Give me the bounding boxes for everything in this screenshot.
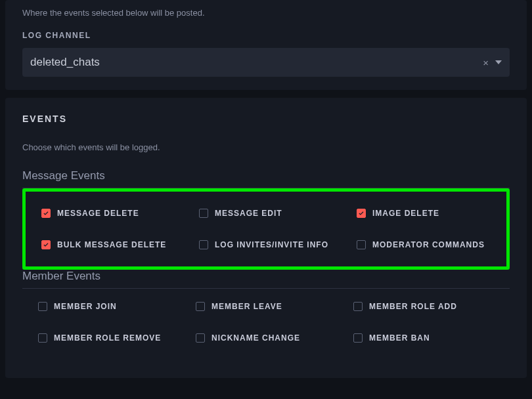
checkbox[interactable] — [196, 333, 205, 343]
event-label: NICKNAME CHANGE — [211, 333, 300, 343]
event-member-join[interactable]: MEMBER JOIN — [38, 302, 196, 311]
checkbox[interactable] — [199, 209, 208, 218]
event-label: MEMBER JOIN — [54, 302, 117, 311]
event-label: MEMBER LEAVE — [211, 302, 282, 311]
event-message-edit[interactable]: MESSAGE EDIT — [199, 209, 357, 218]
event-label: BULK MESSAGE DELETE — [57, 240, 166, 249]
member-events-grid: MEMBER JOINMEMBER LEAVEMEMBER ROLE ADDME… — [22, 289, 510, 365]
message-events-grid: MESSAGE DELETEMESSAGE EDITIMAGE DELETEBU… — [22, 188, 510, 270]
checkbox[interactable] — [41, 240, 51, 249]
event-label: MEMBER ROLE REMOVE — [54, 333, 161, 343]
event-label: IMAGE DELETE — [372, 209, 439, 218]
event-label: MEMBER BAN — [369, 333, 430, 343]
event-member-role-remove[interactable]: MEMBER ROLE REMOVE — [38, 333, 196, 343]
events-title: EVENTS — [22, 114, 510, 124]
checkbox[interactable] — [41, 209, 51, 218]
log-channel-label: LOG CHANNEL — [22, 31, 510, 40]
select-controls: × — [483, 58, 502, 68]
checkbox[interactable] — [38, 333, 47, 343]
checkbox[interactable] — [353, 302, 363, 311]
log-channel-panel: Where the events selected below will be … — [5, 0, 527, 90]
event-label: LOG INVITES/INVITE INFO — [215, 240, 328, 249]
event-label: MESSAGE EDIT — [215, 209, 282, 218]
event-label: MESSAGE DELETE — [57, 209, 139, 218]
log-channel-value: deleted_chats — [30, 56, 100, 69]
events-panel: EVENTS Choose which events will be logge… — [5, 98, 527, 378]
event-bulk-message-delete[interactable]: BULK MESSAGE DELETE — [41, 240, 199, 249]
event-moderator-commands[interactable]: MODERATOR COMMANDS — [357, 240, 491, 249]
event-message-delete[interactable]: MESSAGE DELETE — [41, 209, 199, 218]
checkbox[interactable] — [353, 333, 363, 343]
member-events-title: Member Events — [22, 270, 510, 289]
event-member-leave[interactable]: MEMBER LEAVE — [196, 302, 353, 311]
event-member-role-add[interactable]: MEMBER ROLE ADD — [353, 302, 494, 311]
event-member-ban[interactable]: MEMBER BAN — [353, 333, 494, 343]
checkbox[interactable] — [357, 240, 366, 249]
checkbox[interactable] — [196, 302, 205, 311]
event-log-invites-invite-info[interactable]: LOG INVITES/INVITE INFO — [199, 240, 357, 249]
chevron-down-icon[interactable] — [495, 60, 502, 64]
event-label: MEMBER ROLE ADD — [369, 302, 457, 311]
events-description: Choose which events will be logged. — [22, 142, 510, 152]
checkbox[interactable] — [357, 209, 366, 218]
checkbox[interactable] — [199, 240, 208, 249]
log-channel-description: Where the events selected below will be … — [22, 8, 510, 18]
event-nickname-change[interactable]: NICKNAME CHANGE — [196, 333, 353, 343]
clear-icon[interactable]: × — [483, 58, 489, 68]
event-label: MODERATOR COMMANDS — [372, 240, 485, 249]
checkbox[interactable] — [38, 302, 47, 311]
event-image-delete[interactable]: IMAGE DELETE — [357, 209, 491, 218]
log-channel-select[interactable]: deleted_chats × — [22, 48, 510, 77]
message-events-title: Message Events — [22, 169, 510, 188]
